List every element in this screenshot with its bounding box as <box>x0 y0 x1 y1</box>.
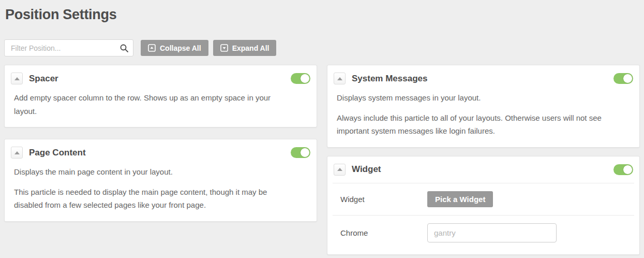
card-title: Spacer <box>29 74 58 84</box>
card-header: Widget <box>333 164 634 183</box>
card-page-content: Page Content Displays the main page cont… <box>4 139 317 222</box>
field-label: Chrome <box>340 228 427 237</box>
field-label: Widget <box>340 195 427 204</box>
search-icon <box>120 44 128 52</box>
card-title: Widget <box>352 164 381 175</box>
card-description: Always include this particle to all of y… <box>337 111 612 138</box>
left-column: Spacer Add empty spacer column to the ro… <box>4 65 317 222</box>
card-description: Displays system messages in your layout. <box>337 91 612 105</box>
expand-all-label: Expand All <box>232 44 269 52</box>
collapse-card-button[interactable] <box>11 147 23 159</box>
pick-a-widget-button[interactable]: Pick a Widget <box>427 191 493 207</box>
card-spacer: Spacer Add empty spacer column to the ro… <box>4 65 317 127</box>
toolbar: Collapse All Expand All <box>4 39 640 56</box>
field-row-chrome: Chrome <box>333 215 634 250</box>
collapse-card-button[interactable] <box>334 164 346 176</box>
card-header: Spacer <box>10 73 311 84</box>
enabled-toggle[interactable] <box>613 73 633 84</box>
card-system-messages: System Messages Displays system messages… <box>327 65 640 148</box>
card-widget: Widget Widget Pick a Widget Chrome <box>327 156 640 255</box>
collapse-card-button[interactable] <box>334 73 346 84</box>
expand-all-button[interactable]: Expand All <box>213 40 277 56</box>
caret-square-up-icon <box>148 44 156 52</box>
filter-position-box <box>4 39 133 56</box>
page-title: Position Settings <box>5 7 644 23</box>
card-description: Add empty spacer column to the row. Show… <box>14 91 290 118</box>
caret-up-icon <box>337 77 342 80</box>
toggle-knob <box>623 165 633 175</box>
card-title: Page Content <box>29 148 86 158</box>
enabled-toggle[interactable] <box>291 73 310 84</box>
caret-square-down-icon <box>220 44 228 52</box>
card-description: This particle is needed to display the m… <box>14 185 290 212</box>
enabled-toggle[interactable] <box>613 164 633 175</box>
caret-up-icon <box>337 168 342 171</box>
field-row-widget: Widget Pick a Widget <box>333 183 634 215</box>
cards-grid: Spacer Add empty spacer column to the ro… <box>4 65 640 255</box>
toggle-knob <box>623 74 633 83</box>
card-header: Page Content <box>10 147 311 159</box>
card-description: Displays the main page content in your l… <box>14 165 290 179</box>
right-column: System Messages Displays system messages… <box>327 65 640 255</box>
collapse-all-button[interactable]: Collapse All <box>141 40 208 56</box>
collapse-all-label: Collapse All <box>160 44 201 52</box>
filter-position-input[interactable] <box>5 40 114 56</box>
caret-up-icon <box>14 77 20 80</box>
toggle-knob <box>300 74 310 83</box>
collapse-card-button[interactable] <box>11 73 23 84</box>
card-header: System Messages <box>333 73 634 84</box>
chrome-input[interactable] <box>427 223 557 242</box>
toggle-knob <box>300 148 310 157</box>
position-settings-page: Position Settings Collapse All Expand Al… <box>0 7 644 258</box>
enabled-toggle[interactable] <box>291 147 310 158</box>
card-title: System Messages <box>352 74 427 84</box>
caret-up-icon <box>14 151 20 154</box>
